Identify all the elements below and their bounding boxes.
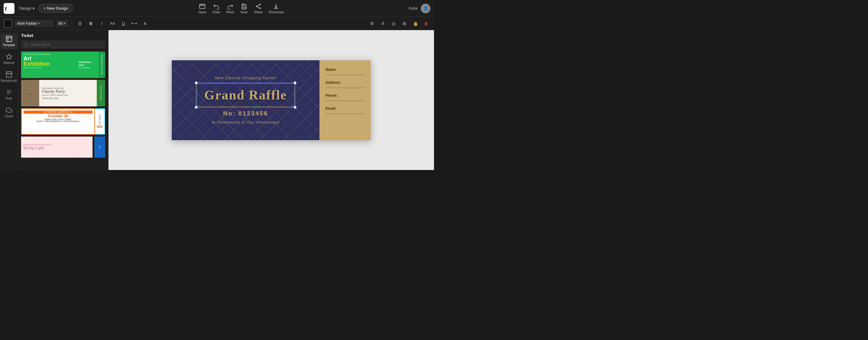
- ticket-content: New Century Shopping Center Grand Raffle…: [172, 60, 319, 140]
- new-design-button[interactable]: + New Design: [38, 4, 73, 13]
- color-picker[interactable]: [4, 19, 12, 28]
- save-button[interactable]: Save: [240, 3, 248, 14]
- chevron-down-icon: ▾: [64, 22, 66, 25]
- font-name-label: Abril Fatfae: [17, 21, 37, 26]
- redo-button[interactable]: Redo: [226, 3, 234, 14]
- logo-area: f: [4, 3, 14, 14]
- open-button[interactable]: Open: [198, 3, 207, 14]
- cloud-label: Cloud: [5, 115, 13, 118]
- redo-label: Redo: [226, 10, 234, 14]
- ticket-venue: New Century Shopping Center: [215, 76, 276, 80]
- ticket-canvas[interactable]: New Century Shopping Center Grand Raffle…: [172, 60, 371, 140]
- ticket-stub: Name: Address: Phone: Email:: [319, 60, 371, 140]
- grand-raffle-text[interactable]: Grand Raffle: [204, 87, 287, 103]
- layers-button[interactable]: ⊞: [400, 19, 409, 28]
- download-button[interactable]: Download: [269, 3, 284, 14]
- sidebar-item-material[interactable]: Material: [1, 51, 18, 67]
- toolbar-center: Open Undo Redo Save Share Download: [73, 3, 409, 14]
- sidebar-item-texts[interactable]: Texts: [1, 87, 18, 102]
- background-icon: [6, 71, 12, 78]
- left-sidebar: Template Material Background Texts Cloud: [0, 30, 18, 170]
- list-item[interactable]: 📷 Red Walnut Community Charity Party Jun…: [21, 80, 105, 106]
- stub-address-row: Address:: [326, 81, 365, 88]
- sidebar-item-template[interactable]: Template: [1, 33, 18, 49]
- download-label: Download: [269, 10, 284, 14]
- resize-handle-bl[interactable]: [195, 106, 198, 109]
- share-label: Share: [254, 10, 262, 14]
- new-design-label: + New Design: [43, 6, 68, 10]
- share-button[interactable]: Share: [254, 3, 262, 14]
- stub-phone-row: Phone:: [326, 93, 365, 101]
- bold-button[interactable]: B: [87, 19, 95, 28]
- format-bar-right: ⧉ ↺ ◎ ⊞ 🔒 🗑: [368, 19, 430, 28]
- toolbar-right: Fotor 👤: [409, 4, 430, 13]
- background-label: Background: [1, 79, 17, 82]
- main-layout: Template Material Background Texts Cloud…: [0, 30, 434, 170]
- ticket-main[interactable]: New Century Shopping Center Grand Raffle…: [172, 60, 319, 140]
- svg-point-5: [259, 7, 261, 9]
- case-button[interactable]: A: [141, 19, 149, 28]
- fotor-logo-icon[interactable]: f: [4, 3, 14, 14]
- panel-title: Ticket: [21, 33, 105, 38]
- grand-raffle-container[interactable]: Grand Raffle: [196, 83, 295, 107]
- font-size-label: 60: [59, 21, 63, 26]
- resize-handle-tr[interactable]: [293, 82, 297, 84]
- svg-point-9: [25, 43, 27, 45]
- delete-button[interactable]: 🗑: [422, 19, 430, 28]
- ticket-number: No: 0123456: [223, 110, 268, 117]
- user-avatar[interactable]: 👤: [421, 4, 430, 13]
- chevron-down-icon: ▾: [38, 22, 40, 25]
- list-item[interactable]: ★ CIRCUS CARNIVAL ★ October 30 Happy Clo…: [21, 108, 105, 135]
- font-family-select[interactable]: Abril Fatfae ▾: [14, 20, 54, 27]
- stub-phone-label: Phone:: [326, 93, 365, 98]
- stub-name-line: [326, 75, 365, 75]
- list-item[interactable]: New York Art and Life Association ArtExh…: [21, 52, 105, 78]
- undo-button[interactable]: Undo: [213, 3, 220, 14]
- resize-handle-br[interactable]: [293, 106, 297, 109]
- design-dropdown[interactable]: Design ▾: [19, 6, 35, 10]
- cloud-icon: [6, 107, 12, 113]
- stub-email-line: [326, 114, 365, 114]
- font-size-button[interactable]: AA: [108, 19, 117, 28]
- search-box[interactable]: [21, 40, 105, 49]
- top-toolbar: f Design ▾ + New Design Open Undo Redo S…: [0, 0, 434, 17]
- material-label: Material: [4, 61, 14, 64]
- circus-carnival-preview: ★ CIRCUS CARNIVAL ★ October 30 Happy Clo…: [21, 108, 105, 135]
- chevron-down-icon: ▾: [33, 6, 35, 10]
- stub-address-label: Address:: [326, 81, 365, 85]
- undo-label: Undo: [213, 10, 220, 14]
- align-button[interactable]: ☰: [76, 19, 84, 28]
- search-icon: [24, 42, 28, 47]
- art-exhibition-preview: New York Art and Life Association ArtExh…: [21, 52, 105, 78]
- sidebar-item-cloud[interactable]: Cloud: [1, 104, 18, 120]
- svg-rect-2: [199, 4, 205, 8]
- svg-point-4: [256, 6, 257, 7]
- stub-phone-line: [326, 101, 365, 101]
- copy-button[interactable]: ⧉: [368, 19, 376, 28]
- stub-name-label: Name:: [326, 67, 365, 72]
- italic-button[interactable]: I: [97, 19, 106, 28]
- resize-handle-tl[interactable]: [195, 82, 198, 84]
- underline-button[interactable]: U: [119, 19, 127, 28]
- star-icon: [6, 53, 12, 60]
- user-label: Fotor: [409, 6, 418, 10]
- letter-spacing-button[interactable]: ⇤⇥: [130, 19, 138, 28]
- stub-name-row: Name:: [326, 67, 365, 75]
- separator: [72, 20, 72, 27]
- design-label: Design: [19, 6, 31, 10]
- canvas-area[interactable]: New Century Shopping Center Grand Raffle…: [108, 30, 434, 170]
- svg-marker-7: [6, 54, 11, 59]
- stub-email-label: Email:: [326, 106, 365, 111]
- list-item[interactable]: The Musical Stone Studio Presents Spring…: [21, 136, 105, 158]
- stub-address-line: [326, 88, 365, 88]
- lock-button[interactable]: 🔒: [411, 19, 420, 28]
- mask-button[interactable]: ◎: [390, 19, 398, 28]
- format-toolbar: Abril Fatfae ▾ 60 ▾ ☰ B I AA U ⇤⇥ A ⧉ ↺ …: [0, 17, 434, 30]
- refresh-button[interactable]: ↺: [378, 19, 387, 28]
- save-label: Save: [240, 10, 248, 14]
- sidebar-item-background[interactable]: Background: [1, 69, 18, 85]
- search-input[interactable]: [31, 42, 102, 47]
- charity-party-preview: 📷 Red Walnut Community Charity Party Jun…: [21, 80, 105, 106]
- font-size-select[interactable]: 60 ▾: [56, 20, 68, 27]
- svg-rect-6: [6, 36, 11, 41]
